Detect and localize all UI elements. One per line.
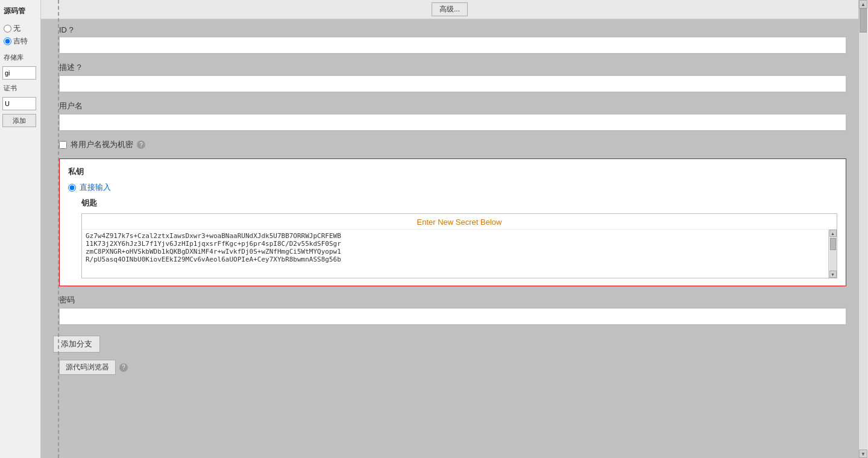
source-browser-area: 源代码浏览器 ? — [41, 357, 858, 377]
key-textarea-wrapper: Enter New Secret Below ▲ ▼ — [81, 213, 837, 278]
id-field: ID ? — [59, 25, 846, 54]
sidebar-title: 源码管 — [2, 5, 38, 17]
username-as-secret-row: 将用户名视为机密 ? — [59, 139, 846, 150]
username-as-secret-label: 将用户名视为机密 — [71, 139, 133, 150]
password-input[interactable] — [59, 308, 846, 325]
key-label: 钥匙 — [81, 198, 837, 209]
sidebar: 源码管 无 吉特 存储库 gi 证书 添加 — [0, 0, 41, 458]
username-label-text: 用户名 — [59, 101, 83, 111]
dashed-divider — [58, 0, 59, 458]
textarea-scroll-track — [829, 237, 837, 271]
scroll-down-arrow[interactable]: ▼ — [859, 450, 867, 458]
key-hint-text: Enter New Secret Below — [82, 214, 837, 230]
source-browser-help-icon[interactable]: ? — [119, 363, 128, 372]
textarea-scroll-down[interactable]: ▼ — [829, 271, 837, 278]
direct-input-label: 直接输入 — [80, 182, 111, 193]
top-bar: 高级... — [41, 0, 858, 19]
private-key-section: 私钥 直接输入 钥匙 Enter New Secret Below ▲ — [59, 158, 846, 286]
radio-none[interactable]: 无 — [4, 24, 37, 34]
cert-label: 证书 — [2, 83, 38, 93]
scroll-track — [859, 8, 867, 450]
checkbox-help-icon[interactable]: ? — [137, 140, 145, 149]
bottom-bar: 添加分支 — [41, 331, 858, 357]
id-label-text: ID ? — [59, 25, 74, 34]
add-branch-button[interactable]: 添加分支 — [53, 336, 100, 353]
sidebar-radio-group: 无 吉特 — [2, 21, 38, 49]
username-as-secret-checkbox[interactable] — [59, 141, 67, 149]
direct-input-radio[interactable] — [68, 184, 76, 192]
radio-git-input[interactable] — [4, 37, 11, 45]
description-input[interactable] — [59, 75, 846, 92]
main-scroll-area: 高级... ID ? 描述 ? — [41, 0, 858, 458]
id-input[interactable] — [59, 37, 846, 54]
advanced-button[interactable]: 高级... — [432, 2, 468, 16]
private-key-title: 私钥 — [68, 166, 837, 177]
username-field: 用户名 — [59, 101, 846, 131]
storage-label: 存储库 — [2, 52, 38, 63]
radio-none-label: 无 — [13, 24, 20, 34]
username-label: 用户名 — [59, 101, 846, 111]
description-field: 描述 ? — [59, 62, 846, 92]
description-label: 描述 ? — [59, 62, 846, 73]
textarea-scroll-thumb[interactable] — [830, 238, 836, 250]
form-content: ID ? 描述 ? 用户名 — [41, 19, 858, 331]
add-button[interactable]: 添加 — [2, 114, 36, 127]
storage-input[interactable]: gi — [2, 66, 36, 80]
radio-git[interactable]: 吉特 — [4, 36, 37, 46]
right-scrollbar: ▲ ▼ — [858, 0, 868, 458]
scroll-thumb[interactable] — [860, 8, 867, 33]
password-field: 密码 — [59, 295, 846, 325]
direct-input-radio-row: 直接输入 — [68, 182, 837, 193]
textarea-scroll-up[interactable]: ▲ — [829, 230, 837, 237]
password-label-text: 密码 — [59, 295, 75, 306]
username-input[interactable] — [59, 114, 846, 131]
key-textarea-inner: ▲ ▼ — [82, 230, 837, 278]
source-browser-button[interactable]: 源代码浏览器 — [59, 360, 116, 375]
radio-git-label: 吉特 — [13, 36, 28, 46]
description-label-text: 描述 ? — [59, 62, 81, 73]
scroll-up-arrow[interactable]: ▲ — [859, 0, 867, 8]
id-label: ID ? — [59, 25, 846, 34]
key-textarea[interactable] — [82, 230, 828, 278]
radio-none-input[interactable] — [4, 25, 11, 33]
password-label: 密码 — [59, 295, 846, 306]
textarea-scrollbar: ▲ ▼ — [828, 230, 837, 278]
cert-input[interactable] — [2, 97, 36, 110]
